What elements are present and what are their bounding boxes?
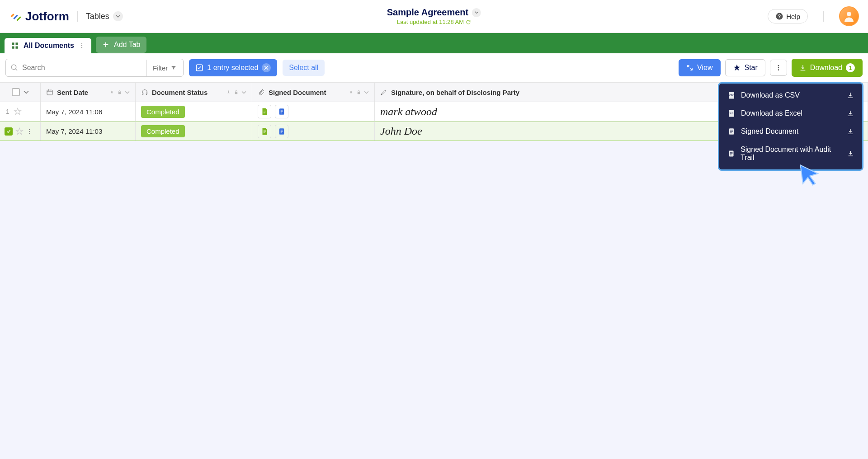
search-input[interactable] <box>6 59 146 76</box>
selection-pill: 1 entry selected <box>189 59 277 76</box>
star-icon[interactable] <box>14 108 22 116</box>
star-icon[interactable] <box>15 127 24 136</box>
lock-icon[interactable] <box>234 90 239 95</box>
cell-status[interactable]: Completed <box>136 102 252 121</box>
svg-rect-18 <box>358 92 360 94</box>
star-button[interactable]: Star <box>725 59 765 76</box>
refresh-icon <box>466 19 471 25</box>
star-label: Star <box>745 64 758 72</box>
pen-icon <box>380 89 387 96</box>
column-sent-date[interactable]: Sent Date <box>41 83 136 102</box>
headphones-icon <box>141 89 148 96</box>
last-updated: Last updated at 11:28 AM <box>387 19 481 25</box>
more-vertical-icon[interactable] <box>79 42 85 49</box>
lock-icon[interactable] <box>356 90 361 95</box>
row-selector <box>0 122 41 141</box>
column-document-status[interactable]: Document Status <box>136 83 252 102</box>
download-excel-item[interactable]: XLS Download as Excel <box>719 104 862 122</box>
calendar-icon <box>46 89 53 96</box>
logo[interactable]: Jotform <box>9 9 69 23</box>
chevron-down-icon <box>113 11 123 21</box>
tables-dropdown[interactable]: Tables <box>86 11 123 21</box>
chevron-down-icon[interactable] <box>24 89 29 95</box>
signature-text: mark atwood <box>380 106 437 118</box>
svg-point-13 <box>778 67 779 69</box>
header-right: ? Help <box>768 6 859 26</box>
tab-all-documents[interactable]: All Documents <box>5 38 91 53</box>
pin-icon[interactable] <box>226 90 231 95</box>
toolbar: Filter 1 entry selected Select all View … <box>0 53 868 83</box>
svg-rect-15 <box>47 90 52 95</box>
svg-text:?: ? <box>778 14 781 19</box>
filter-label: Filter <box>153 64 168 72</box>
chevron-down-icon <box>472 8 481 17</box>
pin-icon[interactable] <box>109 90 114 95</box>
cell-sent-date[interactable]: May 7, 2024 11:03 <box>41 122 136 141</box>
tables-label: Tables <box>86 12 109 21</box>
more-vertical-icon[interactable] <box>26 128 33 135</box>
grid-icon <box>11 42 19 50</box>
cell-signed-document[interactable] <box>252 102 375 121</box>
search-box <box>6 59 146 76</box>
document-title-section: Sample Agreement Last updated at 11:28 A… <box>387 7 481 25</box>
download-icon <box>847 92 854 99</box>
chevron-down-icon[interactable] <box>241 90 246 95</box>
download-csv-item[interactable]: CSV Download as CSV <box>719 86 862 104</box>
logo-icon <box>9 10 22 23</box>
document-title-text: Sample Agreement <box>387 7 468 18</box>
view-button[interactable]: View <box>679 59 720 76</box>
help-button[interactable]: ? Help <box>768 9 808 23</box>
cell-signed-document[interactable] <box>252 122 375 141</box>
user-avatar[interactable] <box>839 6 859 26</box>
search-icon <box>10 64 19 72</box>
svg-point-22 <box>29 131 30 131</box>
dropdown-label: Download as CSV <box>741 91 800 99</box>
more-actions-button[interactable] <box>770 60 787 76</box>
download-button[interactable]: Download 1 <box>792 59 863 77</box>
download-icon <box>847 128 854 135</box>
svg-point-10 <box>11 65 16 70</box>
svg-rect-6 <box>16 47 18 49</box>
download-count-badge: 1 <box>846 63 855 72</box>
document-title[interactable]: Sample Agreement <box>387 7 481 18</box>
filter-button[interactable]: Filter <box>146 60 183 76</box>
column-signed-document[interactable]: Signed Document <box>252 83 375 102</box>
row-selector: 1 <box>0 102 41 121</box>
chevron-down-icon[interactable] <box>125 90 130 95</box>
download-audit-item[interactable]: Signed Document with Audit Trail <box>719 141 862 141</box>
select-all-button[interactable]: Select all <box>283 60 325 76</box>
last-updated-text: Last updated at 11:28 AM <box>397 19 464 25</box>
cell-status[interactable]: Completed <box>136 122 252 141</box>
svg-text:XLS: XLS <box>730 112 734 115</box>
document-icon <box>727 127 736 136</box>
lock-icon[interactable] <box>117 90 122 95</box>
select-all-checkbox[interactable] <box>12 88 20 96</box>
chevron-down-icon[interactable] <box>364 90 369 95</box>
download-signed-item[interactable]: Signed Document <box>719 122 862 141</box>
dropdown-label: Signed Document <box>741 127 798 136</box>
cell-sent-date[interactable]: May 7, 2024 11:06 <box>41 102 136 121</box>
column-label: Sent Date <box>57 89 88 96</box>
column-checkbox <box>0 83 41 102</box>
document-green-icon[interactable] <box>258 125 271 138</box>
document-blue-icon[interactable] <box>275 105 288 118</box>
add-tab-label: Add Tab <box>114 41 140 49</box>
tab-label: All Documents <box>24 42 74 50</box>
svg-rect-4 <box>16 42 18 45</box>
column-label: Document Status <box>152 89 208 96</box>
add-tab-button[interactable]: Add Tab <box>96 37 146 53</box>
download-label: Download <box>810 64 842 72</box>
clear-selection-button[interactable] <box>262 63 271 72</box>
column-label: Signed Document <box>269 89 326 96</box>
svg-point-8 <box>81 45 82 46</box>
plus-icon <box>102 41 109 48</box>
select-all-label: Select all <box>289 64 318 72</box>
dropdown-label: Download as Excel <box>741 109 802 117</box>
document-blue-icon[interactable] <box>275 125 288 138</box>
pin-icon[interactable] <box>349 90 354 95</box>
document-green-icon[interactable] <box>258 105 271 118</box>
row-checkbox[interactable] <box>5 127 13 136</box>
download-icon <box>799 64 807 71</box>
signature-text: John Doe <box>380 125 422 137</box>
csv-file-icon: CSV <box>727 91 736 99</box>
